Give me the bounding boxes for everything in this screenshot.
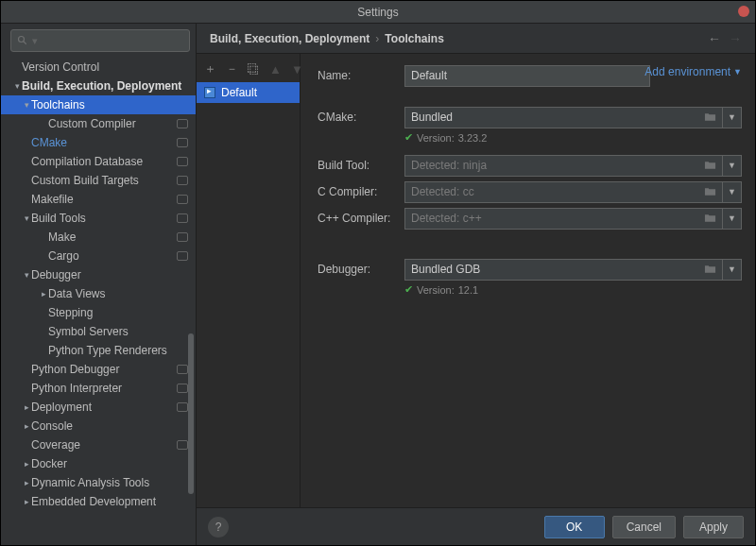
project-scope-icon bbox=[177, 402, 188, 412]
tree-node[interactable]: ▸Docker bbox=[1, 454, 196, 473]
debugger-field[interactable]: Bundled GDB bbox=[404, 259, 723, 281]
tree-node[interactable]: Version Control bbox=[1, 58, 196, 77]
breadcrumb-part: Build, Execution, Deployment bbox=[210, 32, 369, 45]
folder-icon[interactable] bbox=[704, 213, 716, 226]
tree-node[interactable]: ▾Build Tools bbox=[1, 209, 196, 228]
toolchain-icon bbox=[204, 87, 215, 98]
close-icon[interactable] bbox=[738, 6, 749, 17]
tree-node[interactable]: Symbol Servers bbox=[1, 322, 196, 341]
help-icon[interactable]: ? bbox=[208, 517, 229, 537]
expand-icon: ▾ bbox=[22, 213, 31, 223]
tree-node[interactable]: Python Debugger bbox=[1, 360, 196, 379]
tree-node[interactable]: ▸Data Views bbox=[1, 284, 196, 303]
right-panel: Build, Execution, Deployment › Toolchain… bbox=[197, 24, 755, 545]
chevron-down-icon: ▼ bbox=[733, 67, 742, 77]
project-scope-icon bbox=[177, 440, 188, 450]
tree-node-label: Deployment bbox=[31, 401, 177, 414]
tree-node[interactable]: Cargo bbox=[1, 247, 196, 265]
tree-node[interactable]: ▾Debugger bbox=[1, 265, 196, 284]
tree-node[interactable]: ▸Console bbox=[1, 417, 196, 435]
cpp-compiler-label: C++ Compiler: bbox=[318, 212, 404, 225]
tree-node-label: Coverage bbox=[31, 438, 177, 452]
debugger-dropdown[interactable]: ▼ bbox=[723, 259, 742, 281]
remove-icon[interactable]: － bbox=[226, 60, 238, 77]
tree-node[interactable]: Stepping bbox=[1, 303, 196, 322]
expand-icon: ▾ bbox=[22, 270, 31, 280]
tree-node[interactable]: ▾Toolchains bbox=[1, 95, 196, 114]
cpp-compiler-field[interactable]: Detected: c++ bbox=[404, 208, 723, 230]
tree-node-label: Console bbox=[31, 419, 188, 433]
project-scope-icon bbox=[177, 384, 188, 393]
build-tool-field[interactable]: Detected: ninja bbox=[404, 155, 723, 177]
add-environment-link[interactable]: Add environment ▼ bbox=[644, 65, 742, 78]
forward-icon[interactable]: → bbox=[729, 31, 742, 46]
folder-icon[interactable] bbox=[704, 264, 716, 277]
tree-node-label: Dynamic Analysis Tools bbox=[31, 476, 188, 489]
toolchain-list-panel: ＋ － ⿻ ▲ ▼ Default bbox=[197, 54, 301, 507]
svg-point-0 bbox=[19, 37, 25, 43]
tree-node[interactable]: Python Type Renderers bbox=[1, 341, 196, 360]
project-scope-icon bbox=[177, 232, 188, 242]
project-scope-icon bbox=[177, 365, 188, 374]
tree-node[interactable]: CMake bbox=[1, 133, 196, 152]
tree-node-label: Make bbox=[48, 230, 177, 244]
c-compiler-field[interactable]: Detected: cc bbox=[404, 181, 723, 203]
c-compiler-label: C Compiler: bbox=[318, 185, 404, 198]
tree-node[interactable]: ▸Embedded Development bbox=[1, 492, 196, 511]
tree-node-label: Cargo bbox=[48, 249, 177, 263]
tree-node[interactable]: Custom Compiler bbox=[1, 114, 196, 133]
project-scope-icon bbox=[177, 157, 188, 166]
project-scope-icon bbox=[177, 138, 188, 147]
scrollbar[interactable] bbox=[188, 333, 194, 494]
tree-node-label: Makefile bbox=[31, 193, 177, 206]
c-compiler-dropdown[interactable]: ▼ bbox=[723, 181, 742, 203]
tree-node-label: Embedded Development bbox=[31, 495, 188, 508]
cmake-dropdown[interactable]: ▼ bbox=[723, 107, 742, 128]
project-scope-icon bbox=[177, 119, 188, 128]
ok-button[interactable]: OK bbox=[544, 516, 605, 538]
search-input[interactable]: ▾ bbox=[10, 29, 190, 52]
svg-line-1 bbox=[24, 42, 26, 44]
expand-icon: ▸ bbox=[22, 478, 31, 487]
tree-node[interactable]: ▸Deployment bbox=[1, 398, 196, 417]
cancel-button[interactable]: Cancel bbox=[612, 516, 676, 538]
folder-icon[interactable] bbox=[704, 186, 716, 199]
tree-node-label: Build, Execution, Deployment bbox=[22, 79, 188, 93]
tree-node[interactable]: Python Interpreter bbox=[1, 379, 196, 398]
back-icon[interactable]: ← bbox=[708, 31, 721, 46]
expand-icon: ▸ bbox=[22, 402, 31, 412]
settings-tree-panel: ▾ Version Control▾Build, Execution, Depl… bbox=[1, 24, 197, 545]
tree-node-label: Stepping bbox=[48, 306, 188, 319]
folder-icon[interactable] bbox=[704, 160, 716, 173]
name-field[interactable]: Default bbox=[404, 65, 650, 87]
cpp-compiler-dropdown[interactable]: ▼ bbox=[723, 208, 742, 230]
expand-icon: ▸ bbox=[22, 421, 31, 431]
add-icon[interactable]: ＋ bbox=[204, 60, 216, 77]
tree-node[interactable]: Custom Build Targets bbox=[1, 171, 196, 190]
tree-node[interactable]: Coverage bbox=[1, 435, 196, 454]
tree-node-label: Debugger bbox=[31, 268, 188, 282]
settings-tree[interactable]: Version Control▾Build, Execution, Deploy… bbox=[1, 58, 196, 545]
expand-icon: ▾ bbox=[12, 81, 22, 91]
tree-node[interactable]: Make bbox=[1, 228, 196, 247]
tree-node-label: Docker bbox=[31, 457, 188, 470]
tree-node-label: Build Tools bbox=[31, 212, 177, 225]
breadcrumb: Build, Execution, Deployment › Toolchain… bbox=[197, 24, 755, 54]
chevron-right-icon: › bbox=[375, 32, 379, 45]
cmake-version: ✔ Version: 3.23.2 bbox=[404, 131, 742, 144]
tree-node[interactable]: Makefile bbox=[1, 190, 196, 209]
tree-node[interactable]: ▸Dynamic Analysis Tools bbox=[1, 473, 196, 492]
up-icon[interactable]: ▲ bbox=[269, 62, 282, 77]
search-icon bbox=[17, 35, 28, 46]
debugger-label: Debugger: bbox=[318, 263, 404, 276]
apply-button[interactable]: Apply bbox=[683, 516, 744, 538]
tree-node[interactable]: ▾Build, Execution, Deployment bbox=[1, 77, 196, 95]
tree-node-label: Compilation Database bbox=[31, 155, 177, 168]
copy-icon[interactable]: ⿻ bbox=[248, 62, 260, 77]
build-tool-dropdown[interactable]: ▼ bbox=[723, 155, 742, 177]
tree-node[interactable]: Compilation Database bbox=[1, 152, 196, 171]
cmake-field[interactable]: Bundled bbox=[404, 107, 723, 128]
folder-icon[interactable] bbox=[704, 111, 716, 125]
tree-node-label: Toolchains bbox=[31, 98, 188, 111]
toolchain-item-default[interactable]: Default bbox=[197, 82, 300, 103]
